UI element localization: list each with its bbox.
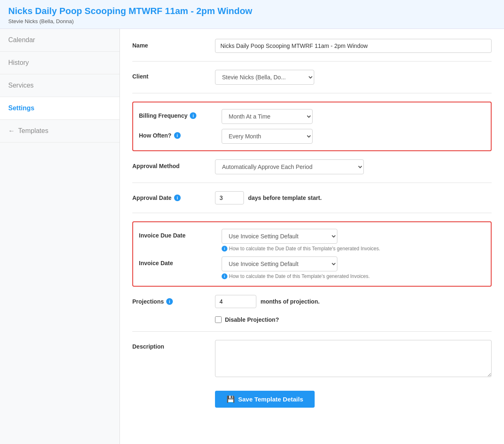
main-layout: Calendar History Services Settings ← Tem… bbox=[0, 29, 504, 444]
name-label: Name bbox=[132, 39, 215, 49]
header: Nicks Daily Poop Scooping MTWRF 11am - 2… bbox=[0, 0, 504, 29]
name-row: Name bbox=[132, 39, 492, 53]
client-select[interactable]: Stevie Nicks (Bella, Do... bbox=[215, 70, 314, 85]
divider-5 bbox=[132, 331, 492, 332]
billing-frequency-select[interactable]: Month At a Time Weekly Bi-Weekly Monthly bbox=[222, 109, 313, 124]
how-often-info-icon[interactable]: i bbox=[174, 132, 181, 139]
client-label: Client bbox=[132, 70, 215, 80]
projections-row: Projections i months of projection. bbox=[132, 295, 492, 308]
name-control bbox=[215, 39, 492, 53]
client-control: Stevie Nicks (Bella, Do... bbox=[215, 70, 492, 85]
approval-date-suffix: days before template start. bbox=[248, 195, 322, 201]
save-button[interactable]: 💾 Save Template Details bbox=[215, 391, 315, 408]
description-label: Description bbox=[132, 340, 215, 350]
sidebar-item-services[interactable]: Services bbox=[0, 74, 119, 97]
page-title: Nicks Daily Poop Scooping MTWRF 11am - 2… bbox=[8, 6, 496, 17]
approval-date-row: Approval Date i days before template sta… bbox=[132, 191, 492, 204]
invoice-date-row: Invoice Date Use Invoice Setting Default… bbox=[139, 256, 485, 279]
invoice-due-date-row: Invoice Due Date Use Invoice Setting Def… bbox=[139, 229, 485, 252]
sidebar: Calendar History Services Settings ← Tem… bbox=[0, 29, 120, 444]
approval-method-select[interactable]: Automatically Approve Each Period Manual… bbox=[215, 159, 364, 174]
projections-fields: months of projection. bbox=[215, 295, 492, 308]
disable-projection-row: Disable Projection? bbox=[215, 316, 492, 323]
approval-date-info-icon[interactable]: i bbox=[174, 195, 181, 201]
invoice-date-hint: i How to calculate the Date of this Temp… bbox=[222, 273, 485, 279]
invoice-date-select[interactable]: Use Invoice Setting Default Custom bbox=[222, 256, 337, 271]
description-row: Description bbox=[132, 340, 492, 378]
divider-2 bbox=[132, 93, 492, 93]
how-often-row: How Often? i Every Month Every 2 Months … bbox=[139, 129, 485, 144]
content-area: Name Client Stevie Nicks (Bella, Do... B… bbox=[120, 29, 504, 444]
sidebar-item-history[interactable]: History bbox=[0, 52, 119, 74]
invoice-due-date-select[interactable]: Use Invoice Setting Default Custom bbox=[222, 229, 337, 244]
back-arrow-icon: ← bbox=[8, 127, 15, 135]
approval-date-control: days before template start. bbox=[215, 191, 492, 204]
projections-label: Projections i bbox=[132, 295, 215, 305]
invoice-due-date-label: Invoice Due Date bbox=[139, 229, 222, 239]
approval-method-row: Approval Method Automatically Approve Ea… bbox=[132, 159, 492, 174]
page-subtitle: Stevie Nicks (Bella, Donna) bbox=[8, 18, 496, 24]
save-disk-icon: 💾 bbox=[227, 395, 235, 403]
description-control bbox=[215, 340, 492, 378]
projections-control: months of projection. bbox=[215, 295, 492, 308]
invoice-due-date-hint: i How to calculate the Due Date of this … bbox=[222, 246, 485, 252]
how-often-select[interactable]: Every Month Every 2 Months Every 3 Month… bbox=[222, 129, 313, 144]
disable-projection-label: Disable Projection? bbox=[225, 316, 279, 323]
sidebar-item-templates[interactable]: ← Templates bbox=[0, 120, 119, 142]
projections-suffix: months of projection. bbox=[260, 298, 320, 305]
approval-method-control: Automatically Approve Each Period Manual… bbox=[215, 159, 492, 174]
approval-date-label: Approval Date i bbox=[132, 191, 215, 201]
approval-method-label: Approval Method bbox=[132, 159, 215, 169]
divider-1 bbox=[132, 61, 492, 62]
billing-frequency-label: Billing Frequency i bbox=[139, 109, 222, 119]
approval-date-fields: days before template start. bbox=[215, 191, 492, 204]
approval-date-input[interactable] bbox=[215, 191, 244, 204]
divider-3 bbox=[132, 183, 492, 183]
sidebar-item-calendar[interactable]: Calendar bbox=[0, 29, 119, 52]
client-row: Client Stevie Nicks (Bella, Do... bbox=[132, 70, 492, 85]
invoice-section: Invoice Due Date Use Invoice Setting Def… bbox=[132, 221, 492, 287]
invoice-due-date-control: Use Invoice Setting Default Custom i How… bbox=[222, 229, 485, 252]
how-often-label: How Often? i bbox=[139, 129, 222, 139]
billing-frequency-control: Month At a Time Weekly Bi-Weekly Monthly bbox=[222, 109, 485, 124]
projections-input[interactable] bbox=[215, 295, 256, 308]
invoice-date-control: Use Invoice Setting Default Custom i How… bbox=[222, 256, 485, 279]
invoice-date-label: Invoice Date bbox=[139, 256, 222, 266]
invoice-date-hint-icon: i bbox=[222, 273, 227, 279]
sidebar-item-settings[interactable]: Settings bbox=[0, 97, 119, 120]
how-often-control: Every Month Every 2 Months Every 3 Month… bbox=[222, 129, 485, 144]
divider-4 bbox=[132, 213, 492, 213]
save-button-label: Save Template Details bbox=[238, 396, 303, 403]
disable-projection-checkbox[interactable] bbox=[215, 316, 222, 323]
billing-section: Billing Frequency i Month At a Time Week… bbox=[132, 102, 492, 151]
projections-info-icon[interactable]: i bbox=[166, 298, 173, 305]
description-textarea[interactable] bbox=[215, 340, 492, 377]
billing-frequency-info-icon[interactable]: i bbox=[190, 112, 196, 119]
invoice-due-hint-icon: i bbox=[222, 246, 227, 252]
billing-frequency-row: Billing Frequency i Month At a Time Week… bbox=[139, 109, 485, 124]
name-input[interactable] bbox=[215, 39, 492, 53]
